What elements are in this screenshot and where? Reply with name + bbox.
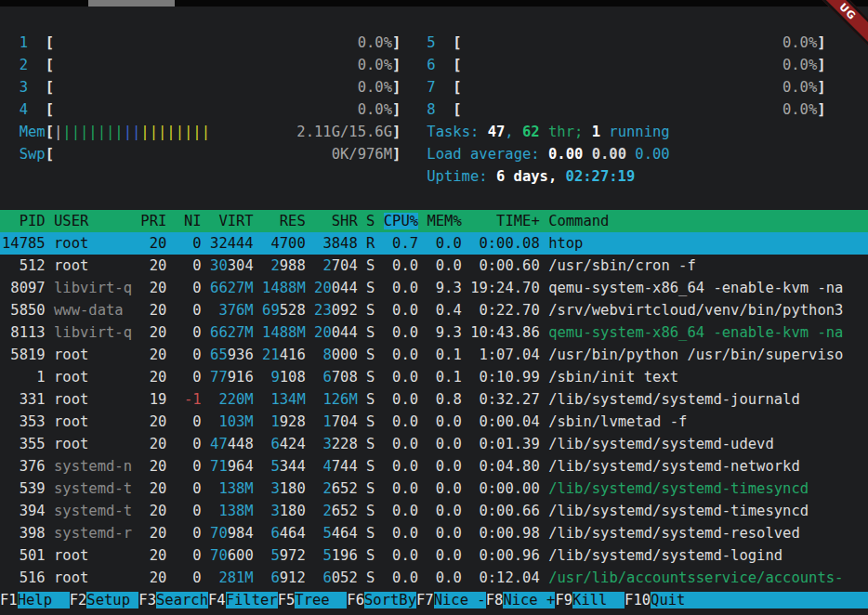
fkey-filter-button[interactable]: Filter [226, 592, 278, 608]
fkey-f8-key[interactable]: F8 [486, 592, 504, 608]
cell-ni: 0 [176, 480, 202, 497]
cpu-meter-value-2: 0.0% [358, 57, 392, 73]
cell-res: 5 [262, 458, 280, 475]
cell-ni: 0 [176, 569, 202, 586]
cell-cpu-percent: 0.0 [384, 369, 418, 386]
fkey-f5-key[interactable]: F5 [278, 592, 296, 608]
process-row-398[interactable]: 398 systemd-r 20 0 70984 6464 5464 S 0.0… [0, 522, 868, 544]
fkey-search-button[interactable]: Search [156, 592, 208, 608]
fkey-tree-button[interactable]: Tree [295, 592, 347, 608]
cell-user: root [54, 569, 132, 586]
fkey-help-button[interactable]: Help [18, 592, 70, 608]
fkey-f9-key[interactable]: F9 [555, 592, 572, 608]
process-row-5819[interactable]: 5819 root 20 0 65936 21416 8000 S 0.0 0.… [0, 344, 868, 366]
column-header-cpu[interactable]: CPU% [384, 213, 418, 229]
process-row-539[interactable]: 539 systemd-t 20 0 138M 3180 2652 S 0.0 … [0, 478, 868, 500]
column-header-shr[interactable]: SHR [314, 213, 358, 229]
process-row-8097[interactable]: 8097 libvirt-q 20 0 6627M 1488M 20044 S … [0, 277, 868, 299]
cell-res: 21 [262, 347, 280, 363]
process-row-14785[interactable]: 14785 root 20 0 32444 4700 3848 R 0.7 0.… [0, 232, 868, 255]
process-row-8113[interactable]: 8113 libvirt-q 20 0 6627M 1488M 20044 S … [0, 321, 868, 344]
blank-line [0, 188, 868, 210]
cell-virt: 138M [210, 480, 254, 497]
fkey-f4-key[interactable]: F4 [208, 592, 226, 608]
cell-res: 3 [262, 503, 280, 519]
cell-ni: 0 [176, 235, 202, 252]
cell-pri: 20 [140, 280, 166, 296]
cell-time: 0:04.80 [470, 458, 540, 475]
cell-ni: 0 [176, 413, 202, 430]
meter-open-bracket: [ [46, 101, 54, 118]
cell-time: 0:32.27 [470, 391, 540, 408]
process-row-394[interactable]: 394 systemd-t 20 0 138M 3180 2652 S 0.0 … [0, 500, 868, 522]
cell-shr: 6 [314, 369, 332, 386]
fkey-f2-key[interactable]: F2 [70, 592, 87, 608]
meter-open-bracket: [ [46, 57, 54, 73]
process-row-353[interactable]: 353 root 20 0 103M 1928 1704 S 0.0 0.0 0… [0, 411, 868, 433]
process-row-1[interactable]: 1 root 20 0 77916 9108 6708 S 0.0 0.1 0:… [0, 366, 868, 388]
fkey-setup-button[interactable]: Setup [86, 592, 138, 608]
mem-label: Mem [2, 124, 46, 140]
column-header-user[interactable]: USER [54, 213, 132, 229]
cell-command: /sbin/lvmetad -f [548, 413, 687, 430]
process-row-5850[interactable]: 5850 www-data 20 0 376M 69528 23092 S 0.… [0, 299, 868, 321]
cell-res: 6 [262, 525, 280, 542]
cell-res: 2 [262, 257, 280, 274]
process-row-516[interactable]: 516 root 20 0 281M 6912 6052 S 0.0 0.0 0… [0, 567, 868, 589]
cell-time: 0:01.39 [470, 436, 540, 452]
cell-cpu-percent: 0.0 [384, 569, 418, 586]
terminal: 1 [ 0.0%] 5 [ 0.0%] 2 [ 0.0%] 6 [ 0.0%] … [0, 9, 868, 611]
fkey-quit-button[interactable]: Quit [651, 592, 703, 608]
process-row-331[interactable]: 331 root 19 -1 220M 134M 126M S 0.0 0.8 … [0, 388, 868, 411]
cpu-meter-value-8: 0.0% [783, 101, 817, 118]
column-header-time[interactable]: TIME+ [470, 213, 540, 229]
meter-close-bracket: ] [392, 146, 401, 163]
column-header-command[interactable]: Command [548, 213, 609, 229]
column-header-pid[interactable]: PID [2, 213, 46, 229]
cell-pid: 398 [2, 525, 46, 542]
mem-bar-blue: || [124, 124, 141, 140]
process-row-501[interactable]: 501 root 20 0 70600 5972 5196 S 0.0 0.0 … [0, 544, 868, 567]
fkey-sortby-button[interactable]: SortBy [364, 592, 416, 608]
scrollbar-thumb[interactable] [88, 0, 175, 7]
cell-mem-percent: 0.0 [427, 413, 461, 430]
cell-user: libvirt-q [54, 324, 132, 341]
tasks-thr-label: thr; [540, 124, 592, 140]
cpu-id-3: 3 [2, 79, 28, 96]
column-header-pri[interactable]: PRI [140, 213, 166, 229]
cell-virt: 77 [210, 369, 228, 386]
column-header-mem[interactable]: MEM% [427, 213, 461, 229]
fkey-f7-key[interactable]: F7 [416, 592, 434, 608]
cell-user: root [54, 436, 132, 452]
process-row-376[interactable]: 376 systemd-n 20 0 71964 5344 4744 S 0.0… [0, 455, 868, 478]
cell-command: /usr/lib/accountsservice/accounts- [548, 569, 843, 586]
cell-res: 1 [262, 413, 280, 430]
fkey-kill-button[interactable]: Kill [572, 592, 625, 608]
fkey-f1-key[interactable]: F1 [0, 592, 18, 608]
meter-close-bracket: ] [817, 79, 825, 96]
process-row-355[interactable]: 355 root 20 0 47448 6424 3228 S 0.0 0.0 … [0, 433, 868, 455]
cell-shr: 20 [314, 280, 332, 296]
cell-shr: 2 [314, 480, 332, 497]
cell-ni: 0 [176, 280, 202, 296]
uptime-days: 6 days, [496, 168, 566, 185]
column-header-ni[interactable]: NI [176, 213, 202, 229]
fkey-nice-button[interactable]: Nice + [503, 592, 555, 608]
cell-res: 1488M [262, 324, 306, 341]
cpu-id-8: 8 [427, 101, 435, 118]
mem-bar-green: ||||||| [62, 124, 123, 140]
process-row-512[interactable]: 512 root 20 0 30304 2988 2704 S 0.0 0.0 … [0, 255, 868, 277]
htop-screen: 1 [ 0.0%] 5 [ 0.0%] 2 [ 0.0%] 6 [ 0.0%] … [0, 0, 868, 615]
fkey-f6-key[interactable]: F6 [347, 592, 364, 608]
column-header-res[interactable]: RES [262, 213, 306, 229]
cell-mem-percent: 0.4 [427, 302, 461, 319]
cpu-id-6: 6 [427, 57, 435, 73]
swap-meter-row: Swp[ 0K/976M] Load average: 0.00 0.00 0.… [0, 143, 868, 165]
fkey-f10-key[interactable]: F10 [625, 592, 651, 608]
window-top-strip [0, 0, 868, 7]
column-header-virt[interactable]: VIRT [210, 213, 254, 229]
fkey-nice-button[interactable]: Nice - [434, 592, 486, 608]
cell-cpu-percent: 0.0 [384, 458, 418, 475]
cpu-id-1: 1 [2, 34, 28, 51]
fkey-f3-key[interactable]: F3 [138, 592, 156, 608]
